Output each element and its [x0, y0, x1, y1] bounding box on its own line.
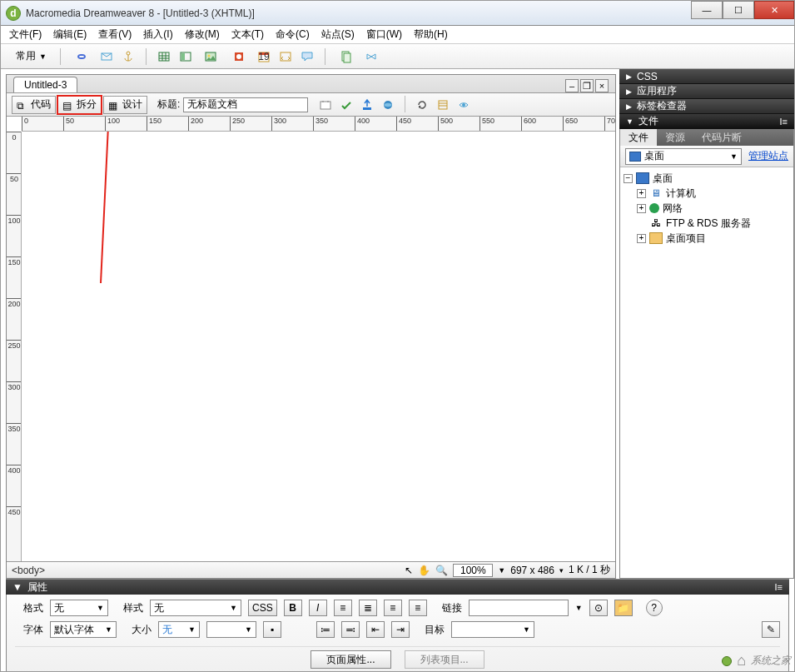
bold-button[interactable]: B	[284, 600, 302, 616]
media-icon[interactable]	[226, 47, 251, 66]
size-unit-select[interactable]: ▼	[206, 621, 256, 638]
site-select[interactable]: 桌面 ▼	[625, 148, 742, 165]
maximize-button[interactable]: ☐	[723, 1, 754, 19]
unordered-list-button[interactable]: ≔	[316, 621, 335, 638]
tree-root[interactable]: −桌面	[624, 171, 790, 186]
tree-ftp[interactable]: 🖧FTP & RDS 服务器	[624, 216, 790, 231]
align-center-button[interactable]: ≣	[359, 600, 377, 616]
design-view-button[interactable]: ▦设计	[103, 96, 147, 114]
no-browser-check-icon[interactable]	[316, 96, 335, 114]
css-panel-header[interactable]: ▶CSS	[619, 69, 794, 84]
ordered-list-button[interactable]: ≕	[341, 621, 360, 638]
menu-view[interactable]: 查看(V)	[98, 27, 132, 42]
help-icon[interactable]: ?	[646, 600, 663, 616]
menu-site[interactable]: 站点(S)	[321, 27, 355, 42]
refresh-icon[interactable]	[413, 96, 431, 114]
tag-chooser-icon[interactable]	[362, 47, 380, 66]
doc-minimize-button[interactable]: –	[565, 79, 579, 92]
link-input[interactable]	[469, 600, 569, 616]
tag-selector[interactable]: <body>	[12, 565, 45, 576]
point-to-file-icon[interactable]: ⊙	[589, 600, 608, 616]
design-canvas[interactable]	[22, 132, 615, 561]
menu-help[interactable]: 帮助(H)	[414, 27, 448, 42]
horizontal-ruler: 0501001502002503003504004505005506006507…	[22, 117, 615, 132]
outdent-button[interactable]: ⇤	[366, 621, 385, 638]
expand-icon[interactable]: +	[637, 204, 646, 213]
select-tool-icon[interactable]: ↖	[405, 565, 413, 576]
menu-file[interactable]: 文件(F)	[9, 27, 42, 42]
size-select[interactable]: 无▼	[158, 621, 200, 638]
css-button[interactable]: CSS	[248, 600, 277, 616]
expand-icon[interactable]: +	[637, 189, 646, 198]
panel-menu-icon[interactable]: I≡	[780, 117, 788, 127]
window-size[interactable]: 697 x 486	[510, 565, 554, 576]
menu-text[interactable]: 文本(T)	[231, 27, 264, 42]
hyperlink-icon[interactable]	[69, 47, 94, 66]
templates-icon[interactable]	[334, 47, 359, 66]
format-select[interactable]: 无▼	[50, 600, 108, 616]
collapse-icon[interactable]: −	[624, 174, 633, 183]
application-panel-header[interactable]: ▶应用程序	[619, 84, 794, 99]
close-button[interactable]: ✕	[754, 1, 794, 19]
tag-inspector-panel-header[interactable]: ▶标签检查器	[619, 99, 794, 114]
comment-icon[interactable]	[298, 47, 316, 66]
properties-header[interactable]: ▼ 属性 I≡	[6, 580, 789, 595]
svg-line-20	[101, 132, 109, 283]
indent-button[interactable]: ⇥	[391, 621, 410, 638]
manage-sites-link[interactable]: 管理站点	[748, 149, 788, 163]
align-right-button[interactable]: ≡	[384, 600, 402, 616]
code-view-button[interactable]: ⧉代码	[12, 96, 56, 114]
expand-icon[interactable]: +	[637, 234, 646, 243]
minimize-button[interactable]: —	[691, 1, 723, 19]
font-select[interactable]: 默认字体▼	[50, 621, 117, 638]
title-input[interactable]	[183, 97, 308, 112]
italic-button[interactable]: I	[309, 600, 327, 616]
tree-computer[interactable]: +🖥计算机	[624, 186, 790, 201]
view-options-icon[interactable]	[434, 96, 452, 114]
menu-edit[interactable]: 编辑(E)	[53, 27, 87, 42]
chevron-down-icon[interactable]: ▼	[498, 566, 505, 575]
files-tab[interactable]: 文件	[620, 129, 657, 146]
files-panel-header[interactable]: ▼文件I≡	[619, 114, 794, 129]
quick-tag-editor-icon[interactable]: ✎	[762, 621, 780, 638]
align-left-button[interactable]: ≡	[334, 600, 352, 616]
panel-menu-icon[interactable]: I≡	[775, 582, 783, 592]
tree-desktop-items[interactable]: +桌面项目	[624, 231, 790, 246]
email-link-icon[interactable]	[97, 47, 116, 66]
server-include-icon[interactable]	[276, 47, 295, 66]
table-icon[interactable]	[155, 47, 173, 66]
menu-window[interactable]: 窗口(W)	[366, 27, 402, 42]
align-justify-button[interactable]: ≡	[409, 600, 427, 616]
svg-rect-2	[159, 52, 169, 61]
document-tab[interactable]: Untitled-3	[13, 77, 77, 92]
menu-commands[interactable]: 命令(C)	[276, 27, 310, 42]
visual-aids-icon[interactable]	[455, 96, 473, 114]
preview-icon[interactable]	[379, 96, 397, 114]
target-select[interactable]: ▼	[451, 621, 534, 638]
zoom-input[interactable]	[453, 564, 493, 577]
text-color-button[interactable]: ▪	[263, 621, 281, 638]
doc-restore-button[interactable]: ❐	[580, 79, 594, 92]
file-management-icon[interactable]	[358, 96, 376, 114]
assets-tab[interactable]: 资源	[657, 129, 693, 146]
chevron-down-icon[interactable]: ▾	[559, 566, 564, 575]
doc-close-button[interactable]: ×	[595, 79, 609, 92]
page-properties-button[interactable]: 页面属性...	[311, 650, 390, 669]
layout-icon[interactable]	[176, 47, 195, 66]
tree-network[interactable]: +网络	[624, 201, 790, 216]
zoom-tool-icon[interactable]: 🔍	[435, 565, 448, 576]
menu-insert[interactable]: 插入(I)	[143, 27, 172, 42]
split-view-button[interactable]: ▤拆分	[57, 96, 102, 114]
hand-tool-icon[interactable]: ✋	[418, 565, 430, 576]
menu-modify[interactable]: 修改(M)	[185, 27, 220, 42]
snippets-tab[interactable]: 代码片断	[693, 129, 750, 146]
anchor-icon[interactable]	[119, 47, 137, 66]
title-bar: d Macromedia Dreamweaver 8 - [Untitled-3…	[1, 1, 794, 26]
date-icon[interactable]: 19	[255, 47, 273, 66]
image-icon[interactable]	[198, 47, 223, 66]
browse-folder-icon[interactable]: 📁	[614, 600, 633, 616]
insert-category-select[interactable]: 常用 ▼	[11, 47, 52, 65]
style-select[interactable]: 无▼	[150, 600, 241, 616]
validate-icon[interactable]	[337, 96, 355, 114]
chevron-down-icon[interactable]: ▼	[575, 604, 583, 612]
